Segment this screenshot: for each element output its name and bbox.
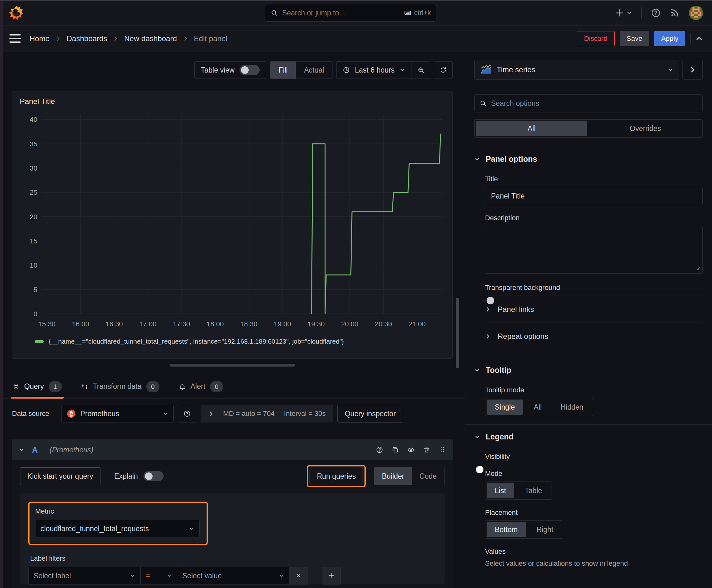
time-range-picker[interactable]: Last 6 hours <box>337 62 412 79</box>
legend-body: Visibility Mode List Table Placement Bot… <box>485 453 703 568</box>
section-tooltip[interactable]: Tooltip <box>474 358 703 377</box>
time-series-chart[interactable]: 051015202530354015:3016:0016:3017:0017:3… <box>20 109 446 337</box>
tooltip-mode-all[interactable]: All <box>524 398 551 416</box>
placement-bottom[interactable]: Bottom <box>487 522 526 537</box>
add-filter-button[interactable] <box>322 567 341 585</box>
divider <box>641 7 642 19</box>
breadcrumb-dashboards[interactable]: Dashboards <box>67 34 107 43</box>
tab-query-label: Query <box>24 382 44 391</box>
remove-filter-button[interactable] <box>289 567 308 585</box>
placement-right[interactable]: Right <box>527 521 563 538</box>
svg-text:19:00: 19:00 <box>274 320 291 328</box>
chevron-right-icon <box>689 66 696 73</box>
builder-option[interactable]: Builder <box>374 467 412 485</box>
panel-resize-handle[interactable] <box>170 364 295 366</box>
legend-mode-list[interactable]: List <box>487 483 514 498</box>
tooltip-mode-hidden[interactable]: Hidden <box>551 398 593 416</box>
run-queries-button[interactable]: Run queries <box>309 468 363 484</box>
placement-label: Placement <box>485 508 703 517</box>
section-panel-options[interactable]: Panel options <box>474 147 703 166</box>
save-button[interactable]: Save <box>620 31 649 46</box>
visualization-row: Time series <box>474 60 703 80</box>
description-textarea[interactable] <box>485 226 703 274</box>
tab-transform[interactable]: Transform data 0 <box>81 375 159 398</box>
svg-text:17:00: 17:00 <box>139 320 156 328</box>
operator-dropdown[interactable]: = <box>140 567 177 585</box>
breadcrumb-home[interactable]: Home <box>29 34 50 43</box>
table-view-control: Table view <box>194 61 266 79</box>
legend-placement-switch: Bottom Right <box>485 521 563 539</box>
resize-grip-icon[interactable] <box>695 266 700 272</box>
drag-handle-icon[interactable] <box>439 446 446 453</box>
bell-icon <box>179 383 186 390</box>
delete-query-icon[interactable] <box>423 446 430 453</box>
help-button[interactable] <box>651 8 661 18</box>
datasource-picker[interactable]: Prometheus <box>61 405 174 422</box>
select-label-dropdown[interactable]: Select label <box>28 567 141 585</box>
options-search-input[interactable] <box>491 99 697 108</box>
svg-text:35: 35 <box>30 140 37 148</box>
editor-tabs: Query 1 Transform data 0 Alert 0 <box>0 375 465 399</box>
kick-start-button[interactable]: Kick start your query <box>20 467 101 485</box>
query-editor-body: Kick start your query Explain Run querie… <box>12 460 453 588</box>
new-menu-button[interactable] <box>615 8 632 18</box>
apply-button[interactable]: Apply <box>654 31 685 46</box>
clock-icon <box>343 67 350 74</box>
description-field-label: Description <box>485 214 703 222</box>
help-icon <box>184 410 191 417</box>
collapse-header-button[interactable] <box>696 35 703 42</box>
fill-option[interactable]: Fill <box>270 62 296 79</box>
tab-alert-label: Alert <box>191 382 205 391</box>
grafana-logo-icon[interactable] <box>9 5 24 20</box>
search-input[interactable] <box>282 9 400 17</box>
repeat-options-collapsible[interactable]: Repeat options <box>485 322 703 350</box>
duplicate-query-icon[interactable] <box>392 446 399 453</box>
options-search[interactable] <box>474 94 703 112</box>
discard-button[interactable]: Discard <box>577 31 615 46</box>
svg-text:20: 20 <box>30 213 37 221</box>
explain-toggle[interactable] <box>144 471 164 481</box>
tooltip-mode-label: Tooltip mode <box>485 386 703 394</box>
query-inspector-button[interactable]: Query inspector <box>338 405 403 422</box>
zoom-out-icon <box>417 67 425 74</box>
chevron-down-icon <box>626 10 632 16</box>
svg-text:5: 5 <box>34 286 37 294</box>
collapse-options-button[interactable] <box>683 60 703 80</box>
panel-title-input[interactable] <box>485 187 703 205</box>
query-options-summary[interactable]: MD = auto = 704 Interval = 30s <box>201 405 333 422</box>
legend-mode-table[interactable]: Table <box>516 482 552 499</box>
zoom-out-button[interactable] <box>412 62 430 79</box>
hide-query-icon[interactable] <box>408 446 414 453</box>
metric-select[interactable]: cloudflared_tunnel_total_requests <box>35 520 200 538</box>
breadcrumb-new-dashboard[interactable]: New dashboard <box>124 34 177 43</box>
panel-links-label: Panel links <box>498 305 534 314</box>
avatar[interactable] <box>689 6 703 20</box>
refresh-button[interactable] <box>434 67 452 74</box>
search-icon <box>271 9 278 16</box>
scrollbar-thumb[interactable] <box>456 298 459 368</box>
tooltip-mode-single[interactable]: Single <box>487 400 523 415</box>
chart-legend[interactable]: {__name__="cloudflared_tunnel_total_requ… <box>35 338 445 345</box>
chevron-right-icon <box>113 36 118 41</box>
query-help-icon[interactable] <box>376 446 383 453</box>
tab-all-options[interactable]: All <box>476 121 587 136</box>
panel-links-collapsible[interactable]: Panel links <box>485 296 703 322</box>
plus-icon <box>328 572 335 579</box>
datasource-help-button[interactable] <box>178 405 196 422</box>
code-option[interactable]: Code <box>412 467 444 485</box>
section-legend[interactable]: Legend <box>474 425 703 444</box>
chevron-down-icon[interactable] <box>19 447 24 453</box>
table-view-toggle[interactable] <box>239 65 260 75</box>
global-search[interactable]: ctrl+k <box>265 4 437 22</box>
query-row-header[interactable]: A (Prometheus) <box>12 439 453 460</box>
tab-query[interactable]: Query 1 <box>13 375 62 398</box>
visualization-picker[interactable]: Time series <box>474 60 679 80</box>
select-value-dropdown[interactable]: Select value <box>177 567 289 585</box>
tab-alert[interactable]: Alert 0 <box>179 375 223 398</box>
actual-option[interactable]: Actual <box>296 62 332 79</box>
tab-transform-label: Transform data <box>93 382 142 391</box>
news-button[interactable] <box>670 8 679 18</box>
tab-overrides[interactable]: Overrides <box>589 120 703 137</box>
menu-toggle-button[interactable] <box>9 34 21 43</box>
chevron-down-icon <box>278 573 284 579</box>
